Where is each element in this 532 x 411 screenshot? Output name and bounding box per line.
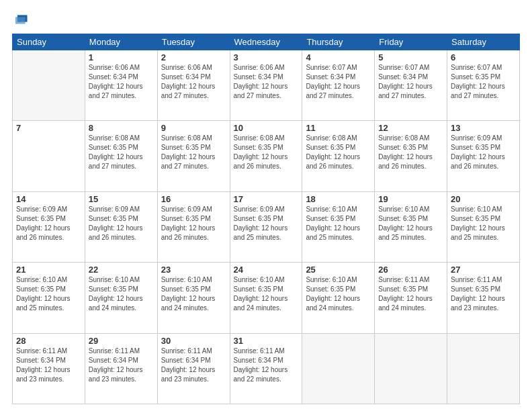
day-info: Sunrise: 6:07 AMSunset: 6:35 PMDaylight:… bbox=[451, 63, 516, 101]
day-number: 31 bbox=[234, 336, 299, 346]
day-info: Sunrise: 6:06 AMSunset: 6:34 PMDaylight:… bbox=[161, 63, 226, 101]
day-cell: 1Sunrise: 6:06 AMSunset: 6:34 PMDaylight… bbox=[85, 50, 157, 121]
day-cell: 16Sunrise: 6:09 AMSunset: 6:35 PMDayligh… bbox=[157, 191, 230, 262]
day-info: Sunrise: 6:11 AMSunset: 6:35 PMDaylight:… bbox=[378, 275, 443, 313]
day-info: Sunrise: 6:08 AMSunset: 6:35 PMDaylight:… bbox=[234, 134, 299, 171]
day-info: Sunrise: 6:11 AMSunset: 6:35 PMDaylight:… bbox=[451, 275, 516, 313]
day-number: 3 bbox=[234, 52, 299, 62]
day-cell: 27Sunrise: 6:11 AMSunset: 6:35 PMDayligh… bbox=[447, 263, 520, 333]
day-number: 6 bbox=[451, 52, 516, 62]
day-number: 4 bbox=[306, 52, 371, 62]
day-number: 19 bbox=[378, 194, 443, 204]
day-info: Sunrise: 6:09 AMSunset: 6:35 PMDaylight:… bbox=[451, 134, 516, 171]
day-info: Sunrise: 6:11 AMSunset: 6:34 PMDaylight:… bbox=[89, 347, 154, 384]
day-number: 26 bbox=[378, 265, 443, 275]
day-number: 18 bbox=[306, 194, 371, 204]
day-info: Sunrise: 6:10 AMSunset: 6:35 PMDaylight:… bbox=[16, 275, 81, 313]
day-cell bbox=[13, 50, 85, 121]
day-cell: 22Sunrise: 6:10 AMSunset: 6:35 PMDayligh… bbox=[85, 263, 157, 333]
day-info: Sunrise: 6:10 AMSunset: 6:35 PMDaylight:… bbox=[89, 275, 154, 313]
logo-icon bbox=[13, 12, 28, 27]
day-info: Sunrise: 6:10 AMSunset: 6:35 PMDaylight:… bbox=[378, 205, 443, 242]
day-cell: 25Sunrise: 6:10 AMSunset: 6:35 PMDayligh… bbox=[302, 263, 375, 333]
day-info: Sunrise: 6:07 AMSunset: 6:34 PMDaylight:… bbox=[306, 63, 371, 101]
day-info: Sunrise: 6:07 AMSunset: 6:34 PMDaylight:… bbox=[378, 63, 443, 101]
day-cell: 20Sunrise: 6:10 AMSunset: 6:35 PMDayligh… bbox=[447, 191, 520, 262]
day-cell: 10Sunrise: 6:08 AMSunset: 6:35 PMDayligh… bbox=[230, 121, 302, 191]
logo bbox=[12, 12, 28, 27]
day-number: 9 bbox=[161, 123, 226, 133]
calendar-table: SundayMondayTuesdayWednesdayThursdayFrid… bbox=[12, 34, 520, 404]
day-cell: 30Sunrise: 6:11 AMSunset: 6:34 PMDayligh… bbox=[157, 333, 230, 404]
day-cell: 14Sunrise: 6:09 AMSunset: 6:35 PMDayligh… bbox=[13, 191, 85, 262]
header-cell-wednesday: Wednesday bbox=[230, 34, 302, 50]
day-info: Sunrise: 6:10 AMSunset: 6:35 PMDaylight:… bbox=[306, 205, 371, 242]
day-number: 29 bbox=[89, 336, 154, 346]
day-number: 5 bbox=[378, 52, 443, 62]
day-info: Sunrise: 6:06 AMSunset: 6:34 PMDaylight:… bbox=[234, 63, 299, 101]
day-info: Sunrise: 6:08 AMSunset: 6:35 PMDaylight:… bbox=[161, 134, 226, 171]
header-cell-thursday: Thursday bbox=[302, 34, 375, 50]
day-info: Sunrise: 6:11 AMSunset: 6:34 PMDaylight:… bbox=[161, 347, 226, 384]
day-cell: 4Sunrise: 6:07 AMSunset: 6:34 PMDaylight… bbox=[302, 50, 375, 121]
day-info: Sunrise: 6:08 AMSunset: 6:35 PMDaylight:… bbox=[378, 134, 443, 171]
day-info: Sunrise: 6:09 AMSunset: 6:35 PMDaylight:… bbox=[161, 205, 226, 242]
day-info: Sunrise: 6:09 AMSunset: 6:35 PMDaylight:… bbox=[16, 205, 81, 242]
day-cell: 15Sunrise: 6:09 AMSunset: 6:35 PMDayligh… bbox=[85, 191, 157, 262]
day-info: Sunrise: 6:09 AMSunset: 6:35 PMDaylight:… bbox=[234, 205, 299, 242]
day-cell: 7 bbox=[13, 121, 85, 191]
day-number: 23 bbox=[161, 265, 226, 275]
day-cell: 5Sunrise: 6:07 AMSunset: 6:34 PMDaylight… bbox=[375, 50, 447, 121]
day-cell bbox=[375, 333, 447, 404]
page: SundayMondayTuesdayWednesdayThursdayFrid… bbox=[0, 0, 532, 411]
day-cell: 18Sunrise: 6:10 AMSunset: 6:35 PMDayligh… bbox=[302, 191, 375, 262]
header-row: SundayMondayTuesdayWednesdayThursdayFrid… bbox=[13, 34, 520, 50]
day-cell: 29Sunrise: 6:11 AMSunset: 6:34 PMDayligh… bbox=[85, 333, 157, 404]
day-number: 1 bbox=[89, 52, 154, 62]
day-info: Sunrise: 6:10 AMSunset: 6:35 PMDaylight:… bbox=[451, 205, 516, 242]
day-number: 21 bbox=[16, 265, 81, 275]
day-number: 22 bbox=[89, 265, 154, 275]
week-row-4: 21Sunrise: 6:10 AMSunset: 6:35 PMDayligh… bbox=[13, 263, 520, 333]
day-info: Sunrise: 6:11 AMSunset: 6:34 PMDaylight:… bbox=[234, 347, 299, 384]
header-cell-saturday: Saturday bbox=[447, 34, 520, 50]
day-number: 17 bbox=[234, 194, 299, 204]
week-row-1: 1Sunrise: 6:06 AMSunset: 6:34 PMDaylight… bbox=[13, 50, 520, 121]
day-number: 28 bbox=[16, 336, 81, 346]
day-cell: 3Sunrise: 6:06 AMSunset: 6:34 PMDaylight… bbox=[230, 50, 302, 121]
day-cell: 24Sunrise: 6:10 AMSunset: 6:35 PMDayligh… bbox=[230, 263, 302, 333]
day-number: 24 bbox=[234, 265, 299, 275]
day-info: Sunrise: 6:08 AMSunset: 6:35 PMDaylight:… bbox=[89, 134, 154, 171]
day-cell: 17Sunrise: 6:09 AMSunset: 6:35 PMDayligh… bbox=[230, 191, 302, 262]
day-info: Sunrise: 6:08 AMSunset: 6:35 PMDaylight:… bbox=[306, 134, 371, 171]
day-info: Sunrise: 6:09 AMSunset: 6:35 PMDaylight:… bbox=[89, 205, 154, 242]
day-number: 12 bbox=[378, 123, 443, 133]
week-row-2: 78Sunrise: 6:08 AMSunset: 6:35 PMDayligh… bbox=[13, 121, 520, 191]
day-number: 25 bbox=[306, 265, 371, 275]
day-cell: 13Sunrise: 6:09 AMSunset: 6:35 PMDayligh… bbox=[447, 121, 520, 191]
day-number: 8 bbox=[89, 123, 154, 133]
day-info: Sunrise: 6:10 AMSunset: 6:35 PMDaylight:… bbox=[234, 275, 299, 313]
day-cell: 2Sunrise: 6:06 AMSunset: 6:34 PMDaylight… bbox=[157, 50, 230, 121]
day-cell: 23Sunrise: 6:10 AMSunset: 6:35 PMDayligh… bbox=[157, 263, 230, 333]
day-info: Sunrise: 6:10 AMSunset: 6:35 PMDaylight:… bbox=[306, 275, 371, 313]
day-cell bbox=[447, 333, 520, 404]
day-number: 30 bbox=[161, 336, 226, 346]
header bbox=[12, 12, 520, 27]
header-cell-monday: Monday bbox=[85, 34, 157, 50]
day-cell: 31Sunrise: 6:11 AMSunset: 6:34 PMDayligh… bbox=[230, 333, 302, 404]
day-cell: 21Sunrise: 6:10 AMSunset: 6:35 PMDayligh… bbox=[13, 263, 85, 333]
header-cell-sunday: Sunday bbox=[13, 34, 85, 50]
svg-marker-1 bbox=[15, 17, 26, 24]
day-number: 10 bbox=[234, 123, 299, 133]
day-cell: 8Sunrise: 6:08 AMSunset: 6:35 PMDaylight… bbox=[85, 121, 157, 191]
header-cell-friday: Friday bbox=[375, 34, 447, 50]
day-number: 2 bbox=[161, 52, 226, 62]
day-cell: 28Sunrise: 6:11 AMSunset: 6:34 PMDayligh… bbox=[13, 333, 85, 404]
day-number: 11 bbox=[306, 123, 371, 133]
day-number: 15 bbox=[89, 194, 154, 204]
day-cell: 9Sunrise: 6:08 AMSunset: 6:35 PMDaylight… bbox=[157, 121, 230, 191]
day-number: 16 bbox=[161, 194, 226, 204]
day-info: Sunrise: 6:11 AMSunset: 6:34 PMDaylight:… bbox=[16, 347, 81, 384]
day-cell: 26Sunrise: 6:11 AMSunset: 6:35 PMDayligh… bbox=[375, 263, 447, 333]
